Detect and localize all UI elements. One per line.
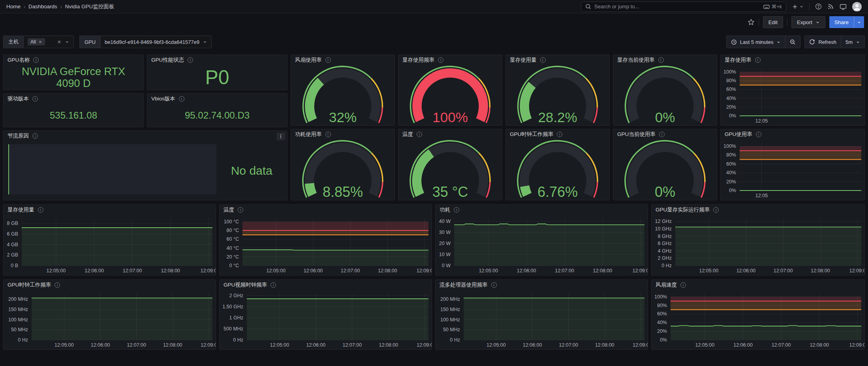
search-input[interactable]: Search or jump to... ⌘+k [581, 2, 786, 12]
info-icon[interactable]: i [756, 132, 761, 137]
top-nav: Home › Dashboards › Nvidia GPU监控面板 Searc… [0, 0, 868, 13]
gauge-chart[interactable]: 0% [613, 65, 717, 125]
remove-value-icon[interactable] [38, 40, 42, 44]
share-button[interactable]: Share [829, 16, 854, 28]
time-series-chart[interactable]: 200 MHz150 MHz100 MHz50 MHz0 Hz12:05:001… [4, 290, 216, 349]
panel-header[interactable]: 温度 i [220, 205, 432, 215]
panel-header[interactable]: 显存使用频率 i [398, 55, 502, 65]
info-icon[interactable]: i [238, 207, 243, 213]
panel-header[interactable]: GPU名称 i [4, 55, 143, 65]
time-series-chart[interactable]: 2 GHz1.50 GHz1 GHz500 MHz0 Hz12:05:0012:… [220, 290, 432, 349]
panel-gpu-clock-usage-gauge: GPU时钟工作频率 i 6.76% [505, 129, 610, 200]
info-icon[interactable]: i [179, 96, 184, 102]
info-icon[interactable]: i [32, 133, 38, 139]
panel-header[interactable]: 风扇使用率 i [291, 55, 395, 65]
info-icon[interactable]: i [325, 57, 331, 63]
info-icon[interactable]: i [454, 207, 459, 213]
gauge-chart[interactable]: 100% [398, 65, 502, 125]
clear-all-icon[interactable] [57, 40, 62, 44]
panel-header[interactable]: GPU时钟工作频率 i [4, 280, 216, 290]
info-icon[interactable]: i [33, 57, 39, 63]
refresh-button[interactable]: Refresh [804, 36, 841, 48]
help-icon[interactable] [815, 3, 822, 10]
info-icon[interactable]: i [38, 207, 43, 213]
host-value-pill[interactable]: All [28, 38, 45, 45]
info-icon[interactable]: i [755, 57, 761, 63]
info-icon[interactable]: i [540, 57, 546, 63]
time-series-chart[interactable]: 12 GHz10 GHz8 GHz6 GHz4 GHz2 GHz0 Hz12:0… [652, 215, 864, 275]
gauge-chart[interactable]: 35 °C [398, 140, 502, 200]
breadcrumb-home[interactable]: Home [6, 4, 21, 9]
info-icon[interactable]: i [325, 132, 331, 137]
time-series-chart[interactable]: 40 W30 W20 W10 W0 W12:05:0012:06:0012:07… [436, 215, 648, 275]
info-icon[interactable]: i [271, 282, 276, 288]
gauge-chart[interactable]: 32% [291, 65, 395, 125]
news-rss-icon[interactable] [827, 3, 834, 10]
time-series-chart[interactable]: 200 MHz150 MHz100 MHz50 MHz0 Hz12:05:001… [436, 290, 648, 349]
info-icon[interactable]: i [659, 132, 665, 137]
info-icon[interactable]: i [713, 207, 719, 213]
panel-header[interactable]: GPU当前使用率 i [613, 129, 717, 140]
panel-header[interactable]: Vbios版本 i [147, 94, 287, 104]
gauge-chart[interactable]: 6.76% [506, 140, 609, 200]
gpu-variable-select[interactable]: be16d9cf-e914-8469-9bf3-6cda641577e9 [100, 36, 212, 48]
panel-header[interactable]: GPU时钟工作频率 i [506, 129, 609, 140]
gauge-chart[interactable]: 28.2% [506, 65, 609, 125]
panel-video-clock-freq-ts: GPU视频时钟频率 i 2 GHz1.50 GHz1 GHz500 MHz0 H… [219, 279, 432, 350]
share-menu-caret[interactable] [854, 16, 864, 28]
export-button[interactable]: Export [791, 16, 825, 28]
panel-header[interactable]: 显存当前使用率 i [613, 55, 717, 65]
gauge-chart[interactable]: 8.85% [291, 140, 395, 200]
panel-header[interactable]: 显存使用率 i [721, 55, 864, 65]
svg-text:20 °C: 20 °C [227, 254, 239, 260]
chevron-down-icon[interactable] [65, 40, 70, 44]
panel-performance-state: GPU性能状态 i P0 [147, 55, 287, 90]
panel-fan-speed-ts: 风扇速度 i 100%80%60%40%20%0%12:05:0012:06:0… [651, 279, 865, 350]
time-range-picker[interactable]: Last 5 minutes [726, 36, 786, 48]
favorite-star-icon[interactable] [748, 19, 755, 26]
panel-header[interactable]: 驱动版本 i [4, 94, 143, 104]
panel-header[interactable]: GPU视频时钟频率 i [220, 280, 432, 290]
info-icon[interactable]: i [32, 96, 38, 102]
svg-text:60%: 60% [726, 161, 736, 167]
search-icon [585, 4, 591, 9]
panel-header[interactable]: 显存使用量 i [506, 55, 609, 65]
time-series-chart[interactable]: 8 GB6 GB4 GB2 GB0 B12:05:0012:06:0012:07… [4, 215, 216, 275]
add-new-button[interactable] [792, 4, 804, 10]
zoom-out-button[interactable] [785, 36, 800, 48]
refresh-interval-select[interactable]: 5m [841, 36, 865, 48]
monitor-icon[interactable] [840, 3, 847, 10]
panel-header[interactable]: 温度 i [398, 129, 502, 140]
time-series-chart[interactable]: 100%80%60%40%20%0%12:05 [721, 65, 864, 125]
svg-text:100%: 100% [723, 69, 736, 75]
info-icon[interactable]: i [188, 57, 193, 63]
panel-header[interactable]: 功耗 i [436, 205, 648, 215]
info-icon[interactable]: i [491, 282, 497, 288]
edit-button[interactable]: Edit [763, 16, 783, 28]
breadcrumb-dashboards[interactable]: Dashboards [28, 4, 57, 9]
panel-header[interactable]: GPU显存实际运行频率 i [652, 205, 864, 215]
info-icon[interactable]: i [438, 57, 443, 63]
time-series-chart[interactable]: 100%80%60%40%20%0%12:05:0012:06:0012:07:… [652, 290, 864, 349]
info-icon[interactable]: i [680, 282, 686, 288]
panel-header[interactable]: 功耗使用率 i [291, 129, 395, 140]
user-avatar[interactable] [852, 2, 862, 11]
info-icon[interactable]: i [557, 132, 562, 137]
panel-menu-kebab-icon[interactable] [276, 132, 285, 140]
svg-text:100%: 100% [723, 143, 736, 149]
info-icon[interactable]: i [417, 132, 422, 137]
panel-header[interactable]: 节流原因 i [4, 131, 287, 141]
gauge-chart[interactable]: 0% [613, 140, 717, 200]
panel-header[interactable]: GPU使用率 i [721, 129, 864, 140]
svg-text:12:05:00: 12:05:00 [695, 342, 715, 348]
time-series-chart[interactable]: 100 °C80 °C60 °C40 °C20 °C0 °C12:05:0012… [220, 215, 432, 275]
info-icon[interactable]: i [54, 282, 60, 288]
panel-header[interactable]: 风扇速度 i [652, 280, 864, 290]
panel-header[interactable]: 流多处理器使用频率 i [436, 280, 648, 290]
svg-text:12 GHz: 12 GHz [655, 219, 672, 224]
panel-header[interactable]: 显存使用量 i [4, 205, 216, 215]
host-variable-select[interactable]: All [23, 36, 74, 48]
panel-header[interactable]: GPU性能状态 i [147, 55, 287, 65]
info-icon[interactable]: i [658, 57, 664, 63]
time-series-chart[interactable]: 100%80%60%40%20%0%12:05 [721, 140, 864, 200]
